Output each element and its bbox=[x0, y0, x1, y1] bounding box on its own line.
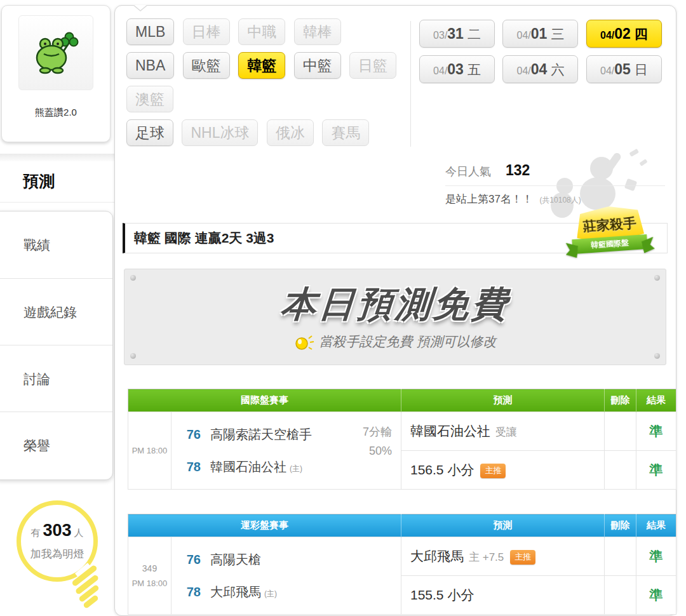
prediction-suffix: 受讓 bbox=[495, 426, 517, 438]
sport-tab-mlb[interactable]: MLB bbox=[126, 18, 174, 45]
delete-cell bbox=[605, 576, 636, 615]
main-pick-badge: 主推 bbox=[510, 550, 535, 565]
team-name: 韓國石油公社 bbox=[210, 460, 286, 474]
prediction-cell: 韓國石油公社受讓 bbox=[401, 412, 605, 451]
team-number: 76 bbox=[172, 551, 201, 568]
popularity-value: 132 bbox=[506, 162, 530, 178]
team-number: 76 bbox=[172, 426, 201, 443]
delete-cell bbox=[605, 451, 636, 490]
sport-tab-jbl[interactable]: 日籃 bbox=[349, 52, 396, 79]
table-header-row: 運彩盤賽事 預測 刪除 結果 bbox=[128, 514, 676, 537]
delete-cell bbox=[605, 537, 636, 576]
col-event: 運彩盤賽事 bbox=[128, 514, 401, 537]
col-result: 結果 bbox=[636, 389, 676, 412]
col-prediction: 預測 bbox=[401, 514, 605, 537]
beacon-count-line: 有303人 bbox=[17, 521, 98, 540]
game-time: PM 18:00 bbox=[128, 412, 172, 490]
team-name: 大邱飛馬 bbox=[210, 585, 261, 599]
sidebar-item-honors[interactable]: 榮譽 bbox=[0, 412, 112, 478]
home-team-line: 78韓國石油公社(主) bbox=[172, 459, 401, 476]
team-name: 高陽索諾天空槍手 bbox=[210, 427, 312, 441]
dealer-killer-badge: 莊家殺手 韓籃國際盤 bbox=[570, 206, 650, 251]
sidebar-item-predictions[interactable]: 預測 bbox=[0, 161, 114, 201]
result-cell: 準 bbox=[636, 451, 676, 490]
prediction-pick: 大邱飛馬 bbox=[410, 549, 464, 563]
home-team-line: 78大邱飛馬(主) bbox=[172, 584, 401, 601]
sidebar-item-discussion[interactable]: 討論 bbox=[0, 345, 112, 412]
date-tab-0331[interactable]: 03/31二 bbox=[419, 20, 495, 48]
date-tab-0401[interactable]: 04/01三 bbox=[502, 20, 578, 48]
date-tab-0405[interactable]: 04/05日 bbox=[586, 55, 662, 83]
sport-tab-rus-hockey[interactable]: 俄冰 bbox=[267, 119, 314, 146]
sport-tab-soccer[interactable]: 足球 bbox=[126, 119, 173, 146]
sport-tab-row: MLB 日棒 中職 韓棒 bbox=[126, 18, 412, 45]
teams-cell: 76高陽索諾天空槍手 78韓國石油公社(主) 7分輸 50% bbox=[172, 412, 401, 490]
date-tab-0402-selected[interactable]: 04/02四 bbox=[586, 20, 662, 48]
screw-icon bbox=[130, 275, 136, 281]
sport-tab-cba[interactable]: 中籃 bbox=[294, 52, 341, 79]
banner-subtitle: 當殺手設定免費 預測可以修改 bbox=[319, 333, 497, 351]
sport-tabs: MLB 日棒 中職 韓棒 NBA 歐籃 韓籃 中籃 日籃 澳籃 足球 NHL冰球… bbox=[126, 18, 412, 153]
sidebar-item-game-history[interactable]: 遊戲紀錄 bbox=[0, 278, 112, 345]
sport-tab-nhl[interactable]: NHL冰球 bbox=[182, 119, 258, 146]
sport-tab-jp-baseball[interactable]: 日棒 bbox=[183, 18, 230, 45]
screw-icon bbox=[654, 275, 660, 281]
megaphone-icon bbox=[294, 333, 314, 351]
sidebar-item-records[interactable]: 戰績 bbox=[0, 211, 112, 278]
result-cell: 準 bbox=[636, 537, 676, 576]
rank-total: (共10108人) bbox=[539, 196, 581, 204]
game-number: 349 bbox=[128, 562, 171, 575]
sport-tab-kbl-selected[interactable]: 韓籃 bbox=[238, 52, 285, 79]
home-marker: (主) bbox=[264, 589, 277, 598]
home-marker: (主) bbox=[290, 464, 302, 473]
date-tab-0404[interactable]: 04/04六 bbox=[502, 55, 578, 83]
sport-tab-nba[interactable]: NBA bbox=[126, 52, 174, 79]
away-team-line: 76高陽天槍 bbox=[172, 551, 401, 568]
teams-cell: 76高陽天槍 78大邱飛馬(主) bbox=[172, 537, 401, 615]
sport-tab-cpbl[interactable]: 中職 bbox=[238, 18, 285, 45]
banner-title: 本日預測免費 bbox=[123, 281, 667, 329]
beacon-label: 加我為明燈 bbox=[17, 547, 98, 561]
rank-text: 是站上第37名！！ bbox=[445, 193, 533, 205]
popularity-line: 今日人氣 132 bbox=[445, 162, 665, 179]
frog-clover-avatar-image bbox=[29, 29, 83, 77]
result-cell: 準 bbox=[636, 412, 676, 451]
team-number: 78 bbox=[172, 459, 201, 476]
team-number: 78 bbox=[172, 584, 201, 601]
prediction-cell: 155.5 小分 bbox=[401, 576, 605, 615]
table-header-row: 國際盤賽事 預測 刪除 結果 bbox=[128, 389, 676, 412]
prediction-pick: 156.5 小分 bbox=[410, 462, 474, 477]
prediction-cell: 大邱飛馬主 +7.5主推 bbox=[401, 537, 605, 576]
table-row: PM 18:00 76高陽索諾天空槍手 78韓國石油公社(主) 7分輸 50% … bbox=[128, 412, 676, 451]
sport-tab-row: NBA 歐籃 韓籃 中籃 日籃 bbox=[126, 52, 412, 79]
screw-icon bbox=[130, 353, 136, 359]
sport-tab-aus-basket[interactable]: 澳籃 bbox=[126, 86, 173, 112]
intl-odds-table: 國際盤賽事 預測 刪除 結果 PM 18:00 76高陽索諾天空槍手 78韓國石… bbox=[128, 389, 676, 490]
chevron-down-icon bbox=[133, 5, 148, 11]
profile-card: 熊蓋讚2.0 bbox=[1, 5, 111, 142]
prediction-cell: 156.5 小分主推 bbox=[401, 451, 605, 490]
game-time: 349 PM 18:00 bbox=[128, 537, 172, 615]
prediction-suffix: 主 +7.5 bbox=[469, 551, 504, 563]
result-cell: 準 bbox=[636, 576, 676, 615]
main-pick-badge: 主推 bbox=[480, 464, 506, 478]
team-name: 高陽天槍 bbox=[210, 552, 261, 566]
popularity-label: 今日人氣 bbox=[445, 165, 491, 178]
screw-icon bbox=[654, 353, 660, 359]
col-delete: 刪除 bbox=[605, 389, 636, 412]
add-beacon-widget[interactable]: 有303人 加我為明燈 bbox=[6, 499, 114, 616]
sport-tab-horse-racing[interactable]: 賽馬 bbox=[322, 119, 369, 146]
col-delete: 刪除 bbox=[605, 514, 636, 537]
col-prediction: 預測 bbox=[401, 389, 605, 412]
profile-name: 熊蓋讚2.0 bbox=[2, 107, 110, 119]
beacon-count: 303 bbox=[43, 521, 71, 540]
tabs-divider bbox=[410, 21, 411, 147]
col-result: 結果 bbox=[636, 514, 676, 537]
popularity-box: 今日人氣 132 是站上第37名！！ (共10108人) bbox=[445, 162, 665, 206]
sport-tab-kbo[interactable]: 韓棒 bbox=[294, 18, 341, 45]
date-tab-0403[interactable]: 04/03五 bbox=[419, 55, 495, 83]
sidebar-menu: 戰績 遊戲紀錄 討論 榮譽 bbox=[0, 211, 113, 480]
sport-tab-row: 澳籃 bbox=[126, 86, 412, 112]
avatar bbox=[18, 15, 93, 90]
sport-tab-euro-basket[interactable]: 歐籃 bbox=[183, 52, 230, 79]
